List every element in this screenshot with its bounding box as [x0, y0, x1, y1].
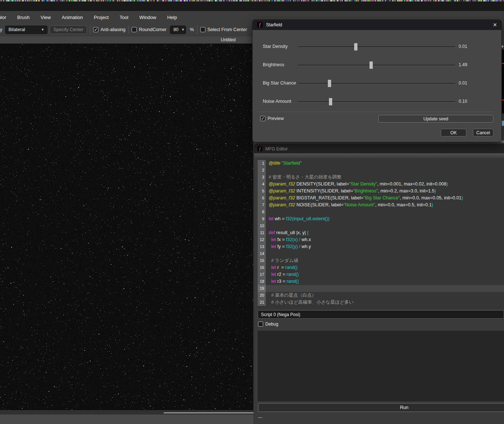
window-titlebar: [0, 1, 504, 11]
code-token: let: [271, 244, 276, 249]
code-token: NOISE(SLIDER, label=: [295, 202, 343, 207]
code-token: let: [271, 237, 276, 242]
code-token: "Noise Amount": [344, 202, 375, 207]
code-line[interactable]: 13 let fy = f32(y) / wh.y: [258, 243, 504, 250]
document-tab-title[interactable]: Untitled: [221, 37, 236, 42]
slider-value: 1.49: [459, 62, 467, 67]
slider-row: Star Density0.01: [253, 42, 501, 52]
code-line[interactable]: 7@param_f32 NOISE(SLIDER, label="Noise A…: [258, 202, 504, 209]
code-token: rand(): [287, 279, 299, 284]
menu-item-animation[interactable]: Animation: [62, 15, 83, 20]
chevron-down-icon: ▼: [181, 28, 185, 31]
code-token: let: [271, 265, 276, 270]
code-token: f32(x): [286, 237, 298, 242]
code-editor[interactable]: 1@title "Starfield"23# 密度・明るさ・大星の頻度を調整4@…: [258, 158, 504, 309]
close-icon[interactable]: ✕: [493, 22, 497, 28]
code-line[interactable]: 8: [258, 209, 504, 215]
line-number: 16: [258, 264, 266, 271]
code-token: wh.y: [300, 244, 311, 249]
canvas-hscrollbar-thumb[interactable]: [164, 412, 254, 413]
filter-type-select[interactable]: Bilateral ▼: [5, 26, 48, 34]
round-corner-label: RoundCorner: [139, 27, 166, 32]
code-line[interactable]: 6@param_f32 BIGSTAR_RATE(SLIDER, label="…: [258, 195, 504, 202]
code-token: rand(): [285, 265, 298, 270]
slider-row: Brightness1.49: [253, 60, 501, 70]
anti-aliasing-checkbox[interactable]: [93, 27, 98, 32]
code-line[interactable]: 9let wh = f32(input_u8.extent()): [258, 215, 504, 222]
round-corner-checkbox[interactable]: [132, 27, 137, 32]
code-line[interactable]: 19: [258, 285, 504, 292]
line-number: 11: [258, 229, 266, 236]
code-line[interactable]: 4@param_f32 DENSITY(SLIDER, label="Star …: [258, 181, 504, 188]
code-line[interactable]: 5@param_f32 INTENSITY(SLIDER, label="Bri…: [258, 188, 504, 195]
code-token: # 基本の星点（白点）: [269, 293, 316, 298]
line-number: 3: [258, 174, 266, 181]
run-button[interactable]: Run: [258, 403, 504, 412]
code-line[interactable]: 20 # 基本の星点（白点）: [258, 292, 504, 299]
code-line[interactable]: 3# 密度・明るさ・大星の頻度を調整: [258, 174, 504, 181]
dialog-titlebar[interactable]: Starfield ✕: [253, 20, 501, 30]
code-line[interactable]: 21 # 小さいほど高確率、小さな星ほど多い: [258, 299, 504, 306]
code-token: @param_f32: [269, 188, 295, 194]
ok-button[interactable]: OK: [441, 129, 466, 136]
menu-item-view[interactable]: View: [41, 15, 51, 20]
slider-label: Brightness: [263, 62, 284, 67]
slider-value: 0.01: [459, 80, 467, 86]
app-icon: [257, 22, 263, 28]
preview-label: Preview: [268, 116, 284, 121]
code-line[interactable]: 15 # ランダム値: [258, 257, 504, 264]
select-from-center-checkbox[interactable]: [200, 27, 205, 32]
debug-checkbox[interactable]: [258, 322, 263, 327]
menu-item-help[interactable]: Help: [167, 15, 177, 20]
slider-track[interactable]: [298, 83, 455, 84]
code-token: # ランダム値: [269, 258, 298, 263]
code-token: ): [435, 188, 436, 194]
right-panel-blue-swatch: [501, 121, 504, 126]
code-token: fy =: [276, 244, 286, 249]
slider-handle[interactable]: [354, 43, 357, 50]
slider-track[interactable]: [298, 101, 455, 102]
slider-track[interactable]: [298, 46, 455, 48]
code-token: ): [432, 202, 433, 207]
code-token: wh.x: [300, 237, 311, 242]
code-line[interactable]: 1@title "Starfield": [258, 160, 504, 167]
code-line[interactable]: 14: [258, 250, 504, 257]
menu-item-color[interactable]: Color: [0, 15, 6, 20]
slider-value: 0.01: [459, 44, 467, 49]
round-corner-value-select[interactable]: 80 ▼: [170, 26, 186, 34]
code-line[interactable]: 2: [258, 167, 504, 174]
specify-center-button[interactable]: Specify Center: [50, 26, 87, 34]
slider-label: Noise Amount: [263, 99, 291, 104]
preview-checkbox[interactable]: [260, 116, 265, 121]
statusbar-strip: [0, 414, 254, 424]
slider-track[interactable]: [298, 65, 455, 66]
update-seed-button[interactable]: Update seed: [378, 115, 493, 123]
slider-handle[interactable]: [329, 98, 332, 105]
code-line[interactable]: 16 let r = rand(): [258, 264, 504, 271]
menu-item-brush[interactable]: Brush: [17, 15, 30, 20]
debug-row: Debug: [258, 322, 278, 327]
slider-handle[interactable]: [370, 61, 373, 69]
line-number: 1: [258, 160, 266, 167]
code-token: r2 =: [276, 272, 287, 277]
script-select[interactable]: Script 0 (Nega Posi): [258, 310, 504, 319]
code-token: "Starfield": [282, 161, 302, 166]
line-number: 21: [258, 299, 266, 306]
editor-status-text: ---: [258, 415, 262, 420]
code-token: [269, 237, 271, 242]
editor-titlebar[interactable]: MFG Editor: [254, 144, 504, 153]
code-line[interactable]: 18 let r3 = rand(): [258, 278, 504, 285]
menu-item-window[interactable]: Window: [139, 15, 156, 20]
menu-item-project[interactable]: Project: [94, 15, 109, 20]
code-line[interactable]: 10: [258, 222, 504, 229]
code-line[interactable]: 17 let r2 = rand(): [258, 271, 504, 278]
slider-handle[interactable]: [328, 80, 331, 87]
drawing-canvas[interactable]: [0, 44, 253, 410]
code-line[interactable]: 12 let fx = f32(x) / wh.x: [258, 236, 504, 243]
code-token: wh =: [273, 216, 286, 221]
code-token: , min=0.0, max=0.5, init=0.1: [375, 202, 432, 207]
code-line[interactable]: 11def result_u8 |x, y| {: [258, 229, 504, 236]
cancel-button[interactable]: Cancel: [473, 129, 493, 136]
code-token: ): [446, 181, 448, 187]
menu-item-tool[interactable]: Tool: [120, 15, 128, 20]
